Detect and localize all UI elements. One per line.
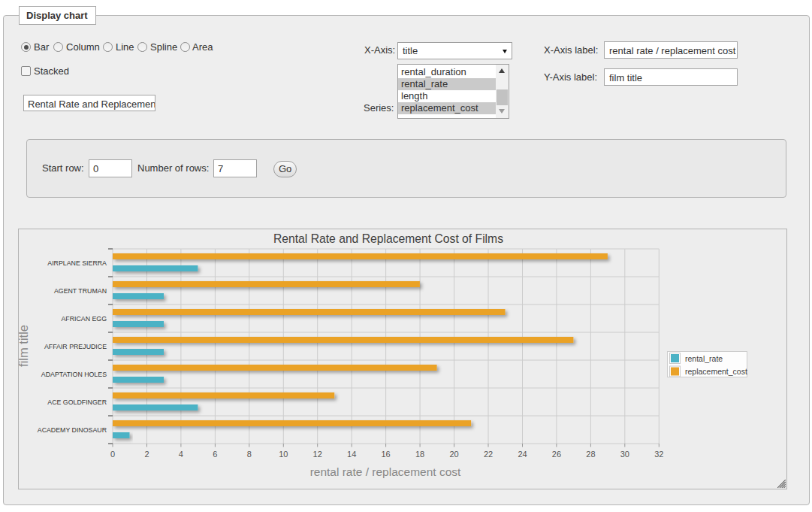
svg-text:30: 30 — [620, 450, 629, 459]
svg-text:film title: film title — [19, 325, 30, 367]
svg-text:18: 18 — [415, 450, 424, 459]
svg-text:ADAPTATION HOLES: ADAPTATION HOLES — [41, 371, 107, 378]
svg-text:24: 24 — [518, 450, 527, 459]
svg-text:ACADEMY DINOSAUR: ACADEMY DINOSAUR — [38, 426, 107, 434]
svg-text:8: 8 — [247, 450, 252, 459]
svg-text:replacement_cost: replacement_cost — [685, 367, 747, 376]
svg-text:26: 26 — [552, 450, 561, 459]
svg-text:AFFAIR PREJUDICE: AFFAIR PREJUDICE — [44, 343, 107, 350]
svg-text:0: 0 — [110, 450, 115, 459]
svg-text:AGENT TRUMAN: AGENT TRUMAN — [54, 287, 107, 295]
svg-text:AFRICAN EGG: AFRICAN EGG — [61, 315, 107, 323]
svg-text:AIRPLANE SIERRA: AIRPLANE SIERRA — [47, 259, 107, 267]
svg-text:4: 4 — [179, 450, 183, 459]
svg-text:28: 28 — [586, 450, 595, 459]
svg-text:10: 10 — [279, 450, 288, 459]
svg-text:22: 22 — [484, 450, 493, 459]
svg-text:16: 16 — [381, 450, 390, 459]
svg-text:14: 14 — [347, 450, 356, 459]
svg-text:rental_rate: rental_rate — [685, 354, 723, 363]
svg-text:12: 12 — [313, 450, 322, 459]
svg-text:Rental Rate and Replacement Co: Rental Rate and Replacement Cost of Film… — [273, 232, 503, 245]
svg-text:6: 6 — [213, 450, 217, 459]
svg-text:20: 20 — [449, 450, 458, 459]
svg-text:rental rate / replacement cost: rental rate / replacement cost — [310, 465, 461, 478]
svg-text:2: 2 — [144, 450, 149, 459]
svg-text:32: 32 — [654, 450, 663, 459]
svg-text:ACE GOLDFINGER: ACE GOLDFINGER — [47, 398, 107, 406]
